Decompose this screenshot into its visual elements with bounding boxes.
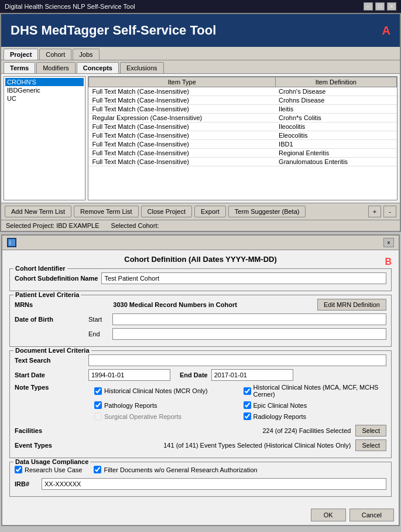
item-definition-cell: Ileitis (275, 105, 396, 114)
cohort-subdefinition-input[interactable] (101, 272, 386, 284)
export-button[interactable]: Export (194, 206, 226, 217)
item-type-cell: Full Text Match (Case-Insensitive) (89, 105, 276, 114)
dob-end-input[interactable] (112, 328, 386, 340)
data-usage-label: Data Usage Compliance (13, 458, 90, 465)
close-button[interactable]: × (387, 2, 396, 11)
table-row: Full Text Match (Case-Insensitive)Ileiti… (89, 105, 397, 114)
dob-end-row: End (15, 328, 386, 340)
mrn-label: MRNs (15, 301, 33, 308)
note-type-2-checkbox[interactable] (244, 387, 251, 395)
tab-concepts[interactable]: Concepts (77, 62, 119, 73)
title-bar: Digital Health Sciences NLP Self-Service… (0, 0, 401, 13)
patient-level-section: Patient Level Criteria MRNs 3030 Medical… (9, 295, 392, 347)
start-date-label: Start Date (15, 371, 85, 378)
mrn-row: MRNs 3030 Medical Record Numbers in Coho… (15, 299, 386, 311)
research-use-case-checkbox[interactable] (15, 466, 22, 473)
term-item[interactable]: UC (5, 94, 84, 103)
dob-start-input[interactable] (112, 313, 386, 325)
dialog-title-left: i (7, 238, 16, 247)
end-label: End (88, 330, 109, 337)
app-window: DHS MedTagger Self-Service Tool A Projec… (0, 13, 401, 232)
content-area: CROHN'S IBDGeneric UC Item Type Item Def… (1, 74, 400, 203)
dialog-footer: OK Cancel (2, 505, 399, 525)
item-type-cell: Full Text Match (Case-Insensitive) (89, 122, 276, 131)
facilities-row: Facilities 224 (of 224) Facilities Selec… (15, 425, 386, 436)
item-type-cell: Regular Expression (Case-Insensitive) (89, 114, 276, 122)
item-table-panel: Item Type Item Definition Full Text Matc… (88, 76, 397, 200)
tab-project[interactable]: Project (4, 49, 38, 60)
note-type-6: Radiology Reports (244, 412, 387, 420)
title-bar-controls: − □ × (364, 2, 396, 11)
selected-project-label: Selected Project: IBD EXAMPLE (6, 222, 100, 229)
note-type-4-checkbox[interactable] (244, 401, 251, 409)
term-item[interactable]: IBDGeneric (5, 86, 84, 94)
item-definition-cell: Granulomatous Enteritis (275, 158, 396, 166)
end-date-input[interactable] (211, 369, 293, 381)
remove-button[interactable]: - (383, 206, 396, 217)
dialog-close-button[interactable]: × (383, 238, 394, 247)
term-item[interactable]: CROHN'S (5, 78, 84, 86)
filter-documents-checkbox[interactable] (94, 466, 101, 473)
tab-terms[interactable]: Terms (4, 62, 35, 73)
note-types-row: Note Types Historical Clinical Notes (MC… (15, 384, 386, 422)
start-date-input[interactable] (88, 369, 170, 381)
close-project-button[interactable]: Close Project (141, 206, 192, 217)
sub-tab-bar: Terms Modifiers Concepts Exclusions (1, 60, 400, 74)
dialog-title-bar: i × (2, 236, 399, 250)
tab-jobs[interactable]: Jobs (73, 49, 99, 60)
text-search-input[interactable] (88, 354, 386, 366)
note-type-1-checkbox[interactable] (94, 387, 102, 395)
facilities-label: Facilities (15, 427, 85, 434)
item-type-cell: Full Text Match (Case-Insensitive) (89, 87, 276, 96)
term-list-panel: CROHN'S IBDGeneric UC (4, 76, 85, 200)
note-type-3-label: Pathology Reports (104, 402, 157, 409)
item-definition-cell: Regional Enteritis (275, 149, 396, 158)
edit-mrn-button[interactable]: Edit MRN Definition (317, 299, 386, 311)
data-usage-section: Data Usage Compliance Research Use Case … (9, 462, 392, 497)
note-type-6-label: Radiology Reports (253, 413, 307, 420)
compliance-checkboxes: Research Use Case Filter Documents w/o G… (15, 466, 386, 475)
table-row: Full Text Match (Case-Insensitive)Granul… (89, 158, 397, 166)
add-new-term-list-button[interactable]: Add New Term List (5, 206, 71, 217)
table-row: Full Text Match (Case-Insensitive)IBD1 (89, 140, 397, 149)
minimize-button[interactable]: − (364, 2, 373, 11)
irb-input[interactable] (42, 478, 386, 490)
app-header: DHS MedTagger Self-Service Tool A (1, 14, 400, 47)
table-row: Regular Expression (Case-Insensitive)Cro… (89, 114, 397, 122)
dialog-letter: B (385, 257, 392, 267)
remove-term-list-button[interactable]: Remove Term List (74, 206, 138, 217)
tab-exclusions[interactable]: Exclusions (120, 62, 164, 73)
cohort-subdefinition-row: Cohort Subdefinition Name (15, 272, 386, 284)
facilities-select-button[interactable]: Select (355, 425, 386, 436)
note-type-3: Pathology Reports (94, 401, 238, 409)
item-definition-cell: Crohns Disease (275, 96, 396, 105)
date-range-row: Start Date End Date (15, 369, 386, 381)
event-types-select-button[interactable]: Select (355, 439, 386, 451)
status-bar: Selected Project: IBD EXAMPLE Selected C… (1, 220, 400, 231)
table-row: Full Text Match (Case-Insensitive)Crohns… (89, 96, 397, 105)
item-definition-cell: Crohn's Disease (275, 87, 396, 96)
note-type-6-checkbox[interactable] (244, 412, 251, 420)
note-type-3-checkbox[interactable] (94, 401, 102, 409)
table-row: Full Text Match (Case-Insensitive)Region… (89, 149, 397, 158)
cancel-button[interactable]: Cancel (349, 509, 394, 521)
app-title: DHS MedTagger Self-Service Tool (11, 23, 216, 38)
table-row: Full Text Match (Case-Insensitive)Ileoco… (89, 122, 397, 131)
add-button[interactable]: + (368, 206, 381, 217)
mrn-value: 3030 Medical Record Numbers in Cohort (113, 301, 237, 308)
tab-cohort[interactable]: Cohort (39, 49, 71, 60)
tab-modifiers[interactable]: Modifiers (36, 62, 76, 73)
item-definition-cell: IBD1 (275, 140, 396, 149)
dialog-icon: i (7, 238, 16, 247)
item-type-cell: Full Text Match (Case-Insensitive) (89, 96, 276, 105)
col-item-definition: Item Definition (275, 77, 396, 87)
maximize-button[interactable]: □ (375, 2, 385, 11)
cohort-identifier-section: Cohort Identifier Cohort Subdefinition N… (9, 268, 392, 291)
item-type-cell: Full Text Match (Case-Insensitive) (89, 149, 276, 158)
dialog-heading: Cohort Definition (All Dates YYYY-MM-DD) (9, 255, 392, 264)
table-row: Full Text Match (Case-Insensitive)Crohn'… (89, 87, 397, 96)
col-item-type: Item Type (89, 77, 276, 87)
note-type-5-label: Surgical Operative Reports (104, 413, 181, 420)
term-suggester-button[interactable]: Term Suggester (Beta) (228, 206, 306, 217)
ok-button[interactable]: OK (311, 509, 346, 521)
